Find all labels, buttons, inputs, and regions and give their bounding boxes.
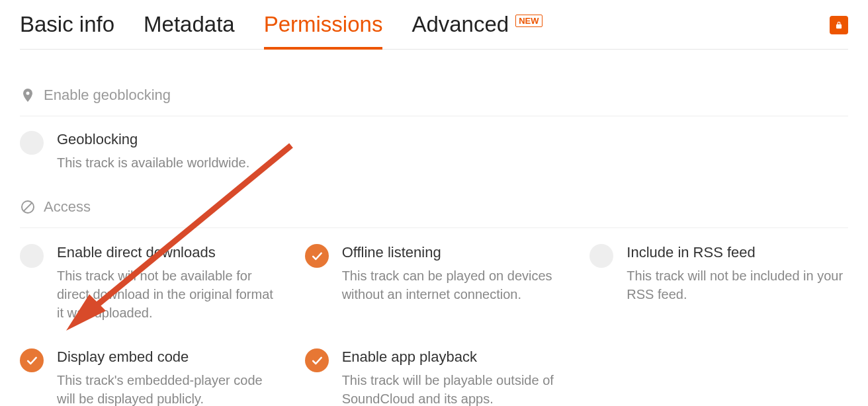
geoblocking-title: Geoblocking: [57, 131, 249, 148]
geoblocking-toggle[interactable]: [20, 131, 44, 155]
lock-icon[interactable]: [830, 16, 848, 34]
tabs: Basic info Metadata Permissions Advanced…: [20, 12, 848, 50]
desc-direct-downloads: This track will not be available for dir…: [57, 266, 279, 322]
desc-rss-feed: This track will not be included in your …: [627, 266, 848, 304]
title-offline-listening: Offline listening: [342, 244, 564, 261]
desc-offline-listening: This track can be played on devices with…: [342, 266, 564, 304]
opt-rss-feed: Include in RSS feed This track will not …: [589, 244, 848, 322]
section-title-geoblocking: Enable geoblocking: [44, 87, 171, 104]
tab-permissions[interactable]: Permissions: [264, 12, 383, 49]
tab-advanced[interactable]: Advanced NEW: [412, 12, 542, 49]
opt-direct-downloads: Enable direct downloads This track will …: [20, 244, 279, 322]
desc-app-playback: This track will be playable outside of S…: [342, 371, 564, 406]
geoblocking-desc: This track is available worldwide.: [57, 153, 249, 172]
section-header-access: Access: [20, 198, 848, 228]
section-title-access: Access: [44, 198, 91, 216]
opt-offline-listening: Offline listening This track can be play…: [305, 244, 564, 322]
desc-embed-code: This track's embedded-player code will b…: [57, 371, 279, 406]
title-embed-code: Display embed code: [57, 348, 279, 366]
tab-metadata[interactable]: Metadata: [144, 12, 235, 49]
toggle-embed-code[interactable]: [20, 348, 44, 372]
block-icon: [20, 199, 36, 215]
section-access: Access Enable direct downloads This trac…: [20, 198, 848, 406]
toggle-offline-listening[interactable]: [305, 244, 329, 268]
location-pin-icon: [20, 87, 36, 103]
access-grid: Enable direct downloads This track will …: [20, 244, 848, 406]
new-badge: NEW: [515, 15, 542, 27]
tab-advanced-label: Advanced: [412, 12, 509, 37]
opt-embed-code: Display embed code This track's embedded…: [20, 348, 279, 406]
section-geoblocking: Enable geoblocking Geoblocking This trac…: [20, 87, 848, 172]
section-header-geoblocking: Enable geoblocking: [20, 87, 848, 116]
toggle-app-playback[interactable]: [305, 348, 329, 372]
tab-basic-info[interactable]: Basic info: [20, 12, 114, 49]
toggle-direct-downloads[interactable]: [20, 244, 44, 268]
geoblocking-option: Geoblocking This track is available worl…: [20, 116, 848, 172]
opt-app-playback: Enable app playback This track will be p…: [305, 348, 564, 406]
title-app-playback: Enable app playback: [342, 348, 564, 366]
title-rss-feed: Include in RSS feed: [627, 244, 848, 261]
toggle-rss-feed[interactable]: [589, 244, 613, 268]
title-direct-downloads: Enable direct downloads: [57, 244, 279, 261]
